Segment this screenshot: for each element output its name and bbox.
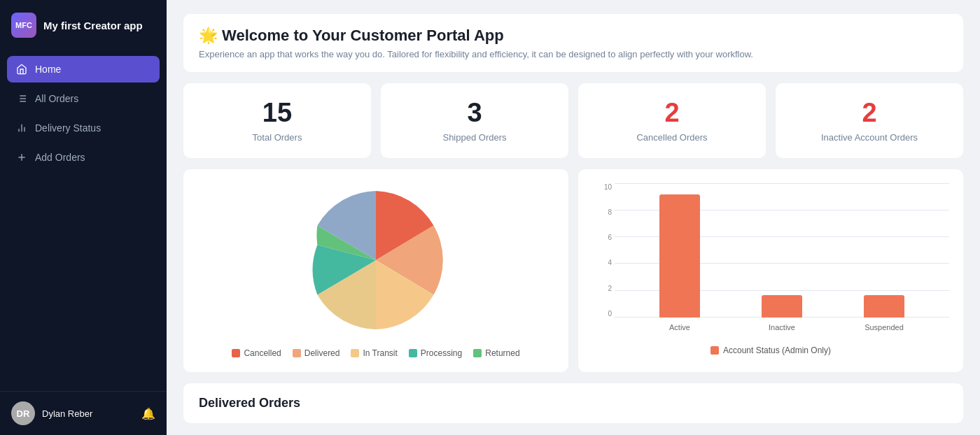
charts-row: Cancelled Delivered In Transit Processin… bbox=[183, 169, 963, 372]
inactive-orders-value: 2 bbox=[788, 99, 951, 128]
sidebar-item-delivery-status-label: Delivery Status bbox=[35, 122, 101, 134]
pie-container: Cancelled Delivered In Transit Processin… bbox=[197, 183, 554, 358]
bar-suspended bbox=[864, 295, 904, 318]
sidebar: MFC My first Creator app Home All Orders… bbox=[0, 0, 167, 435]
welcome-subtitle: Experience an app that works the way you… bbox=[199, 49, 948, 59]
returned-dot bbox=[473, 349, 482, 357]
chart-icon bbox=[15, 122, 28, 134]
bar-label-active: Active bbox=[659, 323, 700, 331]
sidebar-footer: DR Dylan Reber 🔔 bbox=[0, 391, 167, 435]
y-label-6: 6 bbox=[608, 234, 612, 241]
cancelled-orders-value: 2 bbox=[591, 99, 753, 128]
bar-legend-label: Account Status (Admin Only) bbox=[723, 345, 831, 355]
home-icon bbox=[15, 63, 28, 76]
delivered-label: Delivered bbox=[304, 348, 340, 358]
y-label-8: 8 bbox=[608, 208, 612, 216]
sidebar-nav: Home All Orders Delivery Status Add Orde… bbox=[0, 50, 167, 391]
bar-chart-container: 10 8 6 4 2 0 bbox=[592, 183, 949, 355]
delivered-orders-title: Delivered Orders bbox=[199, 396, 948, 411]
stats-grid: 15 Total Orders 3 Shipped Orders 2 Cance… bbox=[183, 83, 963, 158]
in-transit-dot bbox=[351, 349, 359, 357]
stat-card-shipped: 3 Shipped Orders bbox=[381, 83, 568, 158]
stat-card-cancelled: 2 Cancelled Orders bbox=[578, 83, 766, 158]
returned-label: Returned bbox=[485, 348, 519, 358]
bar-chart-card: 10 8 6 4 2 0 bbox=[578, 169, 963, 372]
inactive-orders-label: Inactive Account Orders bbox=[788, 132, 951, 143]
legend-item-returned: Returned bbox=[473, 348, 519, 358]
sidebar-item-add-orders[interactable]: Add Orders bbox=[7, 144, 160, 171]
total-orders-value: 15 bbox=[196, 99, 358, 128]
bar-chart-legend: Account Status (Admin Only) bbox=[592, 345, 949, 355]
plus-icon bbox=[15, 151, 28, 164]
sidebar-item-all-orders[interactable]: All Orders bbox=[7, 85, 160, 112]
avatar: DR bbox=[11, 401, 35, 425]
pie-legend: Cancelled Delivered In Transit Processin… bbox=[232, 348, 519, 358]
y-label-2: 2 bbox=[608, 285, 612, 292]
stat-card-total: 15 Total Orders bbox=[183, 83, 371, 158]
sidebar-item-all-orders-label: All Orders bbox=[35, 93, 78, 104]
y-label-0: 0 bbox=[608, 310, 612, 318]
shipped-orders-label: Shipped Orders bbox=[393, 132, 556, 143]
legend-item-in-transit: In Transit bbox=[351, 348, 397, 358]
y-label-4: 4 bbox=[608, 259, 612, 266]
in-transit-label: In Transit bbox=[363, 348, 397, 358]
user-name: Dylan Reber bbox=[42, 408, 92, 419]
bar-label-suspended: Suspended bbox=[864, 323, 904, 331]
welcome-title: 🌟 Welcome to Your Customer Portal App bbox=[199, 27, 948, 45]
stat-card-inactive: 2 Inactive Account Orders bbox=[776, 83, 963, 158]
sidebar-user: DR Dylan Reber bbox=[11, 401, 92, 425]
processing-label: Processing bbox=[421, 348, 462, 358]
pie-chart bbox=[299, 183, 453, 337]
bar-active bbox=[659, 194, 700, 318]
sidebar-item-add-orders-label: Add Orders bbox=[35, 152, 85, 163]
delivered-orders-section: Delivered Orders bbox=[183, 383, 963, 423]
bar-group-active bbox=[659, 194, 700, 318]
sidebar-item-delivery-status[interactable]: Delivery Status bbox=[7, 115, 160, 141]
app-logo: MFC bbox=[11, 13, 36, 38]
cancelled-dot bbox=[232, 349, 240, 357]
sidebar-item-home[interactable]: Home bbox=[7, 56, 160, 83]
delivered-dot bbox=[293, 349, 301, 357]
sidebar-header: MFC My first Creator app bbox=[0, 0, 167, 50]
app-name: My first Creator app bbox=[43, 20, 143, 31]
pie-chart-card: Cancelled Delivered In Transit Processin… bbox=[183, 169, 568, 372]
list-icon bbox=[15, 92, 28, 105]
legend-item-cancelled: Cancelled bbox=[232, 348, 281, 358]
welcome-section: 🌟 Welcome to Your Customer Portal App Ex… bbox=[183, 14, 963, 72]
bar-group-inactive bbox=[762, 295, 802, 318]
y-label-10: 10 bbox=[604, 183, 612, 191]
processing-dot bbox=[409, 349, 417, 357]
bar-inactive bbox=[762, 295, 802, 318]
legend-item-delivered: Delivered bbox=[293, 348, 340, 358]
notification-bell-icon[interactable]: 🔔 bbox=[141, 407, 155, 420]
legend-item-processing: Processing bbox=[409, 348, 462, 358]
total-orders-label: Total Orders bbox=[196, 132, 358, 143]
shipped-orders-value: 3 bbox=[393, 99, 556, 128]
sidebar-item-home-label: Home bbox=[35, 64, 61, 75]
cancelled-orders-label: Cancelled Orders bbox=[591, 132, 753, 143]
bar-label-inactive: Inactive bbox=[762, 323, 802, 331]
bar-group-suspended bbox=[864, 295, 904, 318]
cancelled-label: Cancelled bbox=[244, 348, 281, 358]
bar-legend-dot bbox=[710, 346, 719, 355]
main-content: 🌟 Welcome to Your Customer Portal App Ex… bbox=[167, 0, 980, 435]
